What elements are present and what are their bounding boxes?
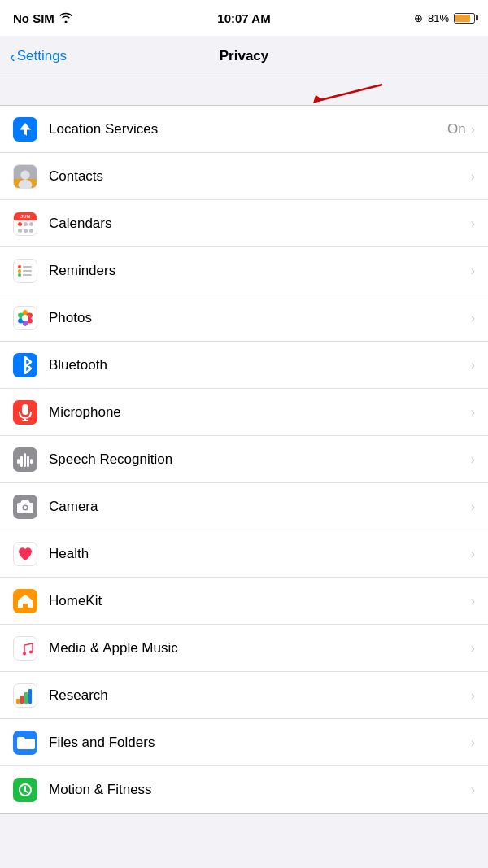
music-chevron: › <box>471 641 475 656</box>
svg-rect-31 <box>24 692 28 704</box>
music-label: Media & Apple Music <box>49 640 471 656</box>
microphone-row[interactable]: Microphone › <box>0 389 488 436</box>
reminders-label: Reminders <box>49 263 471 279</box>
bluetooth-label: Bluetooth <box>49 357 471 373</box>
research-label: Research <box>49 687 471 704</box>
files-icon <box>13 731 37 755</box>
settings-group: Location Services On › Contacts › JUN <box>0 105 488 814</box>
svg-rect-29 <box>16 699 20 704</box>
speech-recognition-label: Speech Recognition <box>49 451 471 468</box>
music-icon <box>13 636 37 661</box>
svg-rect-25 <box>27 456 29 467</box>
camera-row[interactable]: Camera › <box>0 483 488 530</box>
reminders-chevron: › <box>471 264 475 278</box>
microphone-label: Microphone <box>49 404 471 421</box>
location-services-value: On <box>447 121 466 137</box>
battery-indicator <box>454 13 475 24</box>
svg-rect-7 <box>23 266 32 268</box>
contacts-row[interactable]: Contacts › <box>0 153 488 200</box>
reminders-icon <box>13 259 37 283</box>
svg-point-18 <box>22 315 28 321</box>
svg-rect-9 <box>23 270 32 272</box>
page-title: Privacy <box>220 48 269 64</box>
health-icon <box>13 542 37 566</box>
music-row[interactable]: Media & Apple Music › <box>0 625 488 672</box>
photos-chevron: › <box>471 311 475 325</box>
camera-icon <box>13 495 37 519</box>
svg-rect-30 <box>20 696 24 704</box>
files-row[interactable]: Files and Folders › <box>0 719 488 766</box>
research-row[interactable]: Research › <box>0 672 488 719</box>
svg-rect-23 <box>20 456 23 467</box>
status-bar: No SIM 10:07 AM ⊕ 81% <box>0 0 488 36</box>
fitness-icon <box>13 778 37 802</box>
section-gap <box>0 76 488 105</box>
svg-point-28 <box>24 506 27 509</box>
calendars-label: Calendars <box>49 216 471 232</box>
research-chevron: › <box>471 688 475 703</box>
camera-chevron: › <box>471 499 475 514</box>
photos-row[interactable]: Photos › <box>0 294 488 342</box>
nav-bar: ‹ Settings Privacy <box>0 36 488 76</box>
homekit-label: HomeKit <box>49 593 471 609</box>
photos-label: Photos <box>49 310 471 326</box>
photos-icon <box>13 306 37 330</box>
bluetooth-chevron: › <box>471 358 475 373</box>
reminders-row[interactable]: Reminders › <box>0 247 488 294</box>
files-label: Files and Folders <box>49 735 471 751</box>
fitness-label: Motion & Fitness <box>49 782 471 798</box>
homekit-row[interactable]: HomeKit › <box>0 578 488 625</box>
back-chevron-icon: ‹ <box>10 48 15 64</box>
location-status-icon: ⊕ <box>414 12 423 24</box>
status-time: 10:07 AM <box>217 11 270 25</box>
arrow-annotation <box>293 81 390 105</box>
speech-recognition-chevron: › <box>471 452 475 467</box>
back-label: Settings <box>17 48 67 64</box>
status-left: No SIM <box>13 11 72 25</box>
health-row[interactable]: Health › <box>0 530 488 578</box>
health-chevron: › <box>471 547 475 561</box>
calendars-row[interactable]: JUN Calendars › <box>0 200 488 247</box>
contacts-icon <box>13 164 37 189</box>
research-icon <box>13 683 37 708</box>
carrier-label: No SIM <box>13 11 54 25</box>
contacts-label: Contacts <box>49 168 471 185</box>
location-services-label: Location Services <box>49 121 447 137</box>
svg-rect-24 <box>24 453 26 467</box>
microphone-chevron: › <box>471 405 475 420</box>
svg-rect-22 <box>17 459 20 464</box>
bluetooth-row[interactable]: Bluetooth › <box>0 342 488 389</box>
battery-fill <box>455 15 470 22</box>
fitness-row[interactable]: Motion & Fitness › <box>0 766 488 813</box>
contacts-chevron: › <box>471 169 475 184</box>
homekit-icon <box>13 589 37 613</box>
speech-recognition-icon <box>13 447 37 472</box>
files-chevron: › <box>471 735 475 750</box>
location-services-icon <box>13 117 37 142</box>
microphone-icon <box>13 400 37 425</box>
svg-point-4 <box>20 170 29 179</box>
camera-label: Camera <box>49 499 471 515</box>
back-button[interactable]: ‹ Settings <box>10 48 67 64</box>
wifi-icon <box>59 11 72 25</box>
svg-rect-26 <box>30 459 33 464</box>
homekit-chevron: › <box>471 594 475 608</box>
health-label: Health <box>49 546 471 562</box>
battery-icon <box>454 13 475 24</box>
svg-rect-19 <box>22 404 28 415</box>
svg-rect-32 <box>28 689 32 704</box>
location-services-row[interactable]: Location Services On › <box>0 106 488 153</box>
speech-recognition-row[interactable]: Speech Recognition › <box>0 436 488 483</box>
bluetooth-icon <box>13 353 37 377</box>
svg-marker-1 <box>313 95 324 103</box>
location-services-chevron: › <box>471 122 475 137</box>
calendars-icon: JUN <box>13 212 37 236</box>
fitness-chevron: › <box>471 783 475 797</box>
svg-point-6 <box>18 265 21 268</box>
svg-line-0 <box>317 85 382 101</box>
status-right: ⊕ 81% <box>414 12 475 24</box>
battery-percent: 81% <box>428 12 449 24</box>
svg-point-8 <box>18 269 21 273</box>
calendars-chevron: › <box>471 216 475 231</box>
svg-point-10 <box>18 273 21 277</box>
